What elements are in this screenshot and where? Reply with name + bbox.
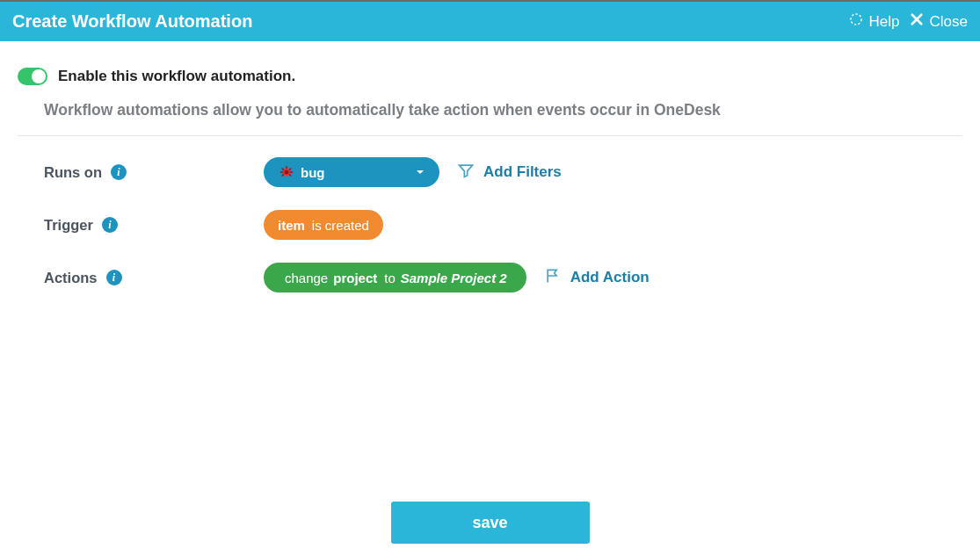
divider [18,135,962,136]
chevron-down-icon [415,165,425,180]
dialog-footer: save [0,502,980,544]
runs-on-row: Runs on i bug [18,157,962,187]
bug-icon [278,163,295,181]
trigger-row: Trigger i item is created [18,210,962,240]
svg-point-0 [851,14,861,25]
info-icon[interactable]: i [106,270,122,285]
actions-controls: change project to Sample Project 2 Add A… [264,263,650,292]
add-action-button[interactable]: Add Action [544,267,650,289]
action-to: to [384,271,396,285]
runs-on-select[interactable]: bug [264,157,439,187]
help-button[interactable]: Help [848,11,900,32]
actions-label-group: Actions i [44,270,264,286]
svg-point-2 [285,170,289,175]
automation-description: Workflow automations allow you to automa… [44,101,962,119]
runs-on-value: bug [301,165,325,180]
save-button[interactable]: save [391,502,590,544]
add-action-label: Add Action [570,269,650,286]
action-field: project [333,271,377,285]
runs-on-controls: bug Add Filters [264,157,562,187]
close-button[interactable]: Close [909,11,968,32]
add-filters-button[interactable]: Add Filters [457,162,562,184]
dialog-title: Create Workflow Automation [12,11,252,32]
runs-on-label: Runs on [44,164,102,181]
close-icon [909,11,925,32]
trigger-controls: item is created [264,210,383,240]
actions-row: Actions i change project to Sample Proje… [18,263,962,292]
action-value: Sample Project 2 [401,271,507,285]
add-filters-label: Add Filters [483,163,562,181]
info-icon[interactable]: i [102,217,118,233]
trigger-pill[interactable]: item is created [264,210,383,240]
trigger-label: Trigger [44,217,93,234]
info-icon[interactable]: i [111,164,127,180]
close-label: Close [930,13,968,31]
action-pill[interactable]: change project to Sample Project 2 [264,263,526,292]
actions-label: Actions [44,270,98,286]
help-label: Help [869,13,900,31]
runs-on-label-group: Runs on i [44,164,264,181]
filter-icon [457,162,475,184]
dialog-body: Enable this workflow automation. Workflo… [0,41,980,292]
trigger-label-group: Trigger i [44,217,264,234]
flag-icon [544,267,562,289]
enable-toggle[interactable] [18,68,47,85]
trigger-condition: is created [312,218,369,233]
dialog-header: Create Workflow Automation Help Close [0,0,980,41]
trigger-item: item [278,218,305,233]
enable-label: Enable this workflow automation. [58,68,295,85]
dialog-header-actions: Help Close [848,11,968,32]
enable-row: Enable this workflow automation. [18,68,962,85]
help-icon [848,11,864,32]
action-verb: change [285,271,328,285]
